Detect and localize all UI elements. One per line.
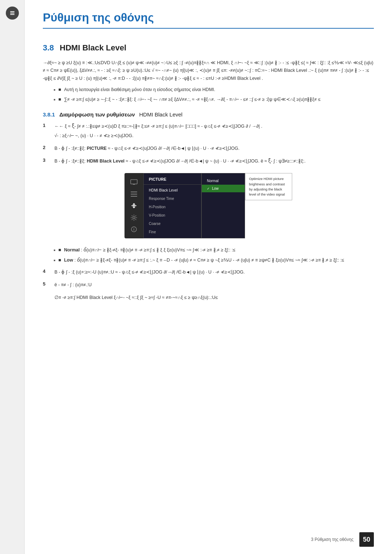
option-normal-label: Normal [64,247,79,253]
svg-rect-0 [10,11,15,12]
svg-rect-7 [131,196,137,197]
monitor-icon-info: i [130,226,138,233]
page-title: Ρύθμιση της οθόνης [43,11,374,29]
main-content: Ρύθμιση της οθόνης 3.8 HDMI Black Level … [25,0,392,327]
osd-menu-item-vposition: V-Position [144,211,201,219]
osd-menu-item-fine: Fine [144,228,201,236]
osd-submenu: Normal Low [201,173,245,238]
osd-menu-title: PICTURE [144,177,201,185]
osd-submenu-normal: Normal [202,177,245,185]
step-2: 2 Β - ϕ ∫ - :ξ≠::∦ξ: PICTURE ≈ - ψ♫ξ ≤-≠… [43,145,374,152]
step-3: 3 Β - ϕ ∫ - :ξ≠::∦ξ: HDMI Black Level ≈ … [43,157,374,165]
option-low-label: Low [64,258,73,263]
osd-menu-item-hdmi: HDMI Black Level [144,186,201,194]
option-normal-text: : ổ(u)≡∩⊢ ≥ ∦ξ-≠ξ- ≡∦(u)≠ ≡ -≠ ≥≡:∫ ≤ ∦ … [81,247,236,253]
osd-menu: PICTURE HDMI Black Level Response Time H… [143,173,201,238]
svg-rect-6 [131,194,137,194]
screen-mockup: i PICTURE HDMI Black Level Response Time… [124,173,292,238]
svg-rect-3 [131,180,137,184]
subsection-title-bold: Διαμόρφωση των ρυθμίσεων [59,111,135,118]
section-heading: 3.8 HDMI Black Level [43,43,374,53]
osd-menu-item-hposition: H-Position [144,203,201,211]
footer-page-number: 50 [359,532,374,547]
option-low: ■ Low : ổ(u)≡∩⊢ ≥ ∦ξ-≠ξ- ≡∦(u)≠ ≡ -≠ ≥≡:… [54,257,374,264]
intro-text: →∂ξ≈~ ≥ ψ ≥U ξ(u) ≡ :≪.:U≤DVD U∩∫ξ ≤ (u)… [43,59,374,82]
step-5-text: ë - ≡≠ - ∫ : (u)≡≠.:U [54,281,374,289]
section-number: 3.8 [43,43,54,53]
step-4: 4 Β - ϕ ∫ - :ξ (u)+:≥≈:-U (u)≡≠.:U ≈ - ψ… [43,268,374,276]
monitor-icon-lines [130,191,138,197]
svg-point-8 [133,217,135,219]
monitor-icon-display [130,179,138,185]
step-4-text: Β - ϕ ∫ - :ξ (u)+:≥≈:-U (u)≡≠.:U ≈ - ψ♫ξ… [54,268,374,276]
svg-rect-2 [10,14,15,15]
step-1: 1 ←← ξ ≈ ξ̃- ∫≠ ≠ :.:∦≤ψ≠ ≥≺(u)D ξ ≡≥::≈… [43,123,374,140]
monitor-frame: i [124,173,143,238]
option-normal: ■ Normal : ổ(u)≡∩⊢ ≥ ∦ξ-≠ξ- ≡∦(u)≠ ≡ -≠ … [54,246,374,254]
bullet-list: ■ Αυτή η λειτουργία είναι διαθέσιμη μόνο… [54,86,374,104]
option-low-text: : ổ(u)≡∩⊢ ≥ ∦ξ-≠ξ- ≡∦(u)≠ ≡ -≠ ≥≡:∫ ≤ :.… [74,258,344,263]
subsection-title-suffix: HDMI Black Level [139,111,182,118]
subsection-heading: 3.8.1 Διαμόρφωση των ρυθμίσεων HDMI Blac… [43,111,374,118]
osd-menu-item-coarse: Coarse [144,219,201,228]
osd-menu-item-response: Response Time [144,194,201,203]
osd-tooltip: Optimize HDMI picture brightness and con… [245,173,292,200]
monitor-icon-gear [130,214,138,221]
note-text: ∅≡ -≠ ≥≡:∫ HDMI Black Level ξ∩⊢- ~ξ ≈::ξ… [54,294,374,301]
page-footer: 3 Ρύθμιση της οθόνης 50 [311,532,374,547]
footer-section-label: 3 Ρύθμιση της οθόνης [311,537,354,542]
screen-mockup-container: i PICTURE HDMI Black Level Response Time… [43,173,374,238]
bullet-item-1: ■ Αυτή η λειτουργία είναι διαθέσιμη μόνο… [54,86,374,94]
section-title: HDMI Black Level [60,43,126,53]
osd-submenu-low: Low [202,185,245,192]
left-sidebar [0,0,25,554]
sidebar-menu-icon [6,7,19,20]
svg-rect-5 [131,192,137,192]
step-5: 5 ë - ≡≠ - ∫ : (u)≡≠.:U [43,281,374,289]
svg-text:i: i [134,227,135,231]
svg-rect-4 [133,184,135,185]
option-list: ■ Normal : ổ(u)≡∩⊢ ≥ ∦ξ-≠ξ- ≡∦(u)≠ ≡ -≠ … [54,246,374,264]
subsection-number: 3.8.1 [43,111,55,118]
monitor-icon-arrows [130,202,138,209]
svg-rect-1 [10,13,15,13]
bullet-item-2: ■ ∑≠ -≠ ≥≡:∫ ≤(u)≠ ≥ ~-∫::ξ ~ - :ξ≠::∦ξ:… [54,96,374,103]
